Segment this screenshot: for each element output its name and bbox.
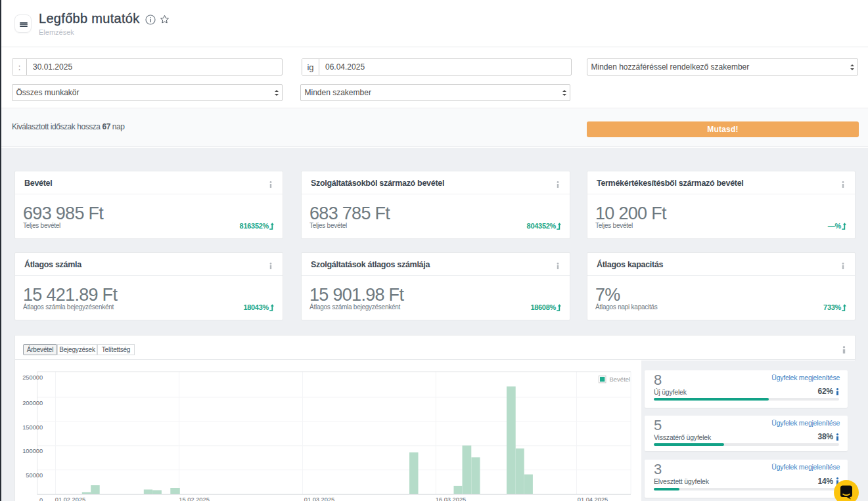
svg-text:250000: 250000	[22, 374, 43, 381]
svg-text:Bevétel: Bevétel	[610, 376, 631, 383]
svg-text:01.04.2025: 01.04.2025	[578, 496, 608, 501]
svg-text:50000: 50000	[26, 472, 43, 479]
svg-text:0: 0	[39, 497, 43, 501]
svg-text:100000: 100000	[22, 448, 43, 454]
svg-text:15.02.2025: 15.02.2025	[179, 496, 210, 501]
svg-text:01.03.2025: 01.03.2025	[304, 496, 335, 501]
svg-text:16.03.2025: 16.03.2025	[436, 496, 467, 501]
svg-text:01.02.2025: 01.02.2025	[55, 496, 86, 501]
svg-text:150000: 150000	[22, 424, 43, 431]
svg-text:200000: 200000	[22, 400, 43, 406]
